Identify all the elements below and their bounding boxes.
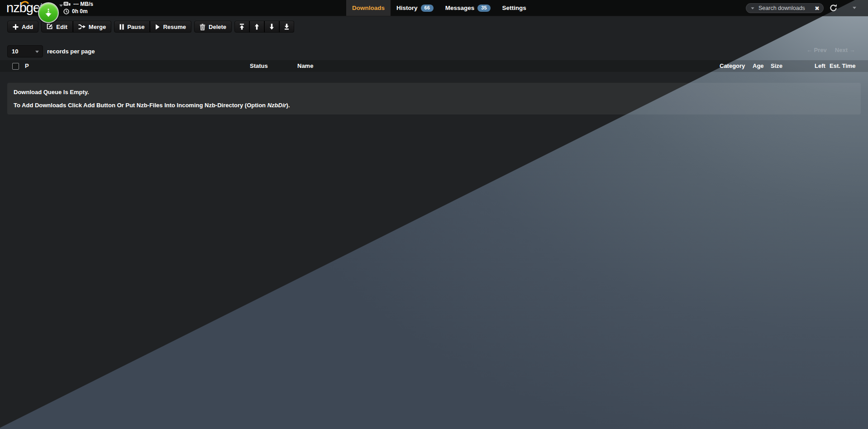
pause-button-label: Pause: [127, 24, 144, 30]
play-icon: [155, 24, 160, 30]
resume-button-label: Resume: [163, 24, 186, 30]
tab-settings[interactable]: Settings: [496, 0, 532, 16]
arrow-to-bottom-icon: [284, 24, 290, 30]
merge-arrows-icon: [78, 24, 86, 30]
empty-queue-title: Download Queue Is Empty.: [14, 89, 854, 95]
plus-icon: [13, 24, 19, 30]
queue-table-header: P Status Name Category Age Size Left Est…: [0, 60, 868, 72]
search-box: ✖: [746, 3, 824, 13]
search-options-caret-icon[interactable]: [751, 7, 754, 10]
merge-button[interactable]: Merge: [73, 21, 111, 33]
time-value: 0h 0m: [72, 8, 88, 14]
column-status: Status: [250, 60, 268, 72]
records-select-caret-icon: [35, 51, 39, 53]
pagination: ← Prev Next →: [806, 47, 855, 53]
empty-queue-message-suffix: ).: [286, 102, 290, 109]
nav-tabs: Downloads History 66 Messages 35 Setting…: [346, 0, 532, 16]
column-category: Category: [720, 60, 745, 72]
add-button[interactable]: Add: [7, 21, 38, 33]
tab-history[interactable]: History 66: [391, 0, 439, 16]
search-clear-icon[interactable]: ✖: [815, 5, 820, 11]
delete-button[interactable]: Delete: [194, 21, 232, 33]
column-age: Age: [753, 60, 764, 72]
time-status: 0h 0m: [63, 8, 88, 14]
tab-messages[interactable]: Messages 35: [439, 0, 496, 16]
tab-history-label: History: [396, 5, 418, 11]
column-priority: P: [25, 60, 29, 72]
speed-icon: [63, 1, 71, 7]
column-left: Left: [815, 60, 825, 72]
empty-queue-message-text: To Add Downloads Click Add Button Or Put…: [14, 102, 267, 109]
empty-queue-message: To Add Downloads Click Add Button Or Put…: [14, 102, 854, 109]
add-button-label: Add: [22, 24, 33, 30]
download-arrow-icon: [43, 7, 53, 18]
records-per-page-select[interactable]: 10: [7, 45, 43, 57]
tab-downloads[interactable]: Downloads: [346, 0, 391, 16]
clock-icon: [63, 9, 69, 14]
refresh-icon[interactable]: [829, 4, 838, 12]
pause-button[interactable]: Pause: [114, 21, 150, 33]
edit-button-label: Edit: [56, 24, 67, 30]
logo-arc-icon: [20, 0, 29, 5]
column-est-time: Est. Time: [830, 60, 856, 72]
tab-downloads-label: Downloads: [352, 5, 385, 11]
messages-count-badge: 35: [477, 5, 490, 12]
resume-button[interactable]: Resume: [150, 21, 191, 33]
column-size: Size: [771, 60, 782, 72]
move-top-button[interactable]: [234, 21, 249, 33]
nzbget-app: nzbget --- MB/s: [0, 0, 868, 429]
pause-icon: [119, 24, 124, 30]
arrow-up-icon: [254, 24, 260, 30]
merge-button-label: Merge: [89, 24, 106, 30]
next-page-button[interactable]: Next →: [835, 47, 855, 53]
arrow-down-icon: [269, 24, 275, 30]
speed-value: --- MB/s: [73, 1, 93, 7]
tab-settings-label: Settings: [502, 5, 526, 11]
play-pause-download-button[interactable]: [38, 2, 59, 23]
move-bottom-button[interactable]: [279, 21, 294, 33]
arrow-to-top-icon: [239, 24, 245, 30]
tab-messages-label: Messages: [445, 5, 475, 11]
app-logo: nzbget: [6, 0, 43, 16]
top-navbar: nzbget --- MB/s: [0, 0, 868, 16]
navbar-menu-caret-icon[interactable]: [853, 7, 856, 9]
history-count-badge: 66: [421, 5, 434, 12]
empty-queue-panel: Download Queue Is Empty. To Add Download…: [7, 83, 861, 114]
prev-page-button[interactable]: ← Prev: [806, 47, 827, 53]
move-up-button[interactable]: [249, 21, 264, 33]
records-per-page-value: 10: [12, 48, 18, 55]
records-per-page-label: records per page: [47, 48, 95, 55]
select-all-checkbox[interactable]: [12, 63, 19, 70]
search-input[interactable]: [758, 5, 815, 12]
empty-queue-option-name: NzbDir: [267, 102, 286, 109]
column-name: Name: [297, 60, 313, 72]
pencil-square-icon: [47, 24, 53, 30]
delete-button-label: Delete: [209, 24, 226, 30]
speed-status: --- MB/s: [63, 1, 93, 7]
move-down-button[interactable]: [264, 21, 279, 33]
trash-icon: [200, 24, 205, 30]
download-button-caret-icon[interactable]: [59, 5, 63, 7]
